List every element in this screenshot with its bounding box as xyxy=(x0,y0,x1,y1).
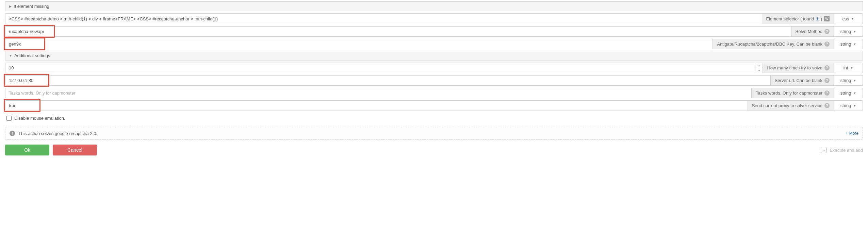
tries-input[interactable] xyxy=(5,63,755,73)
api-key-label: Antigate/Rucaptcha/2captcha/DBC Key. Can… xyxy=(713,39,834,49)
row-send-proxy: Send current proxy to solver service ? s… xyxy=(5,100,863,111)
row-server-url: Server url. Can be blank ? string ▼ xyxy=(5,75,863,86)
type-dropdown-string[interactable]: string ▼ xyxy=(834,75,863,86)
caret-down-icon: ▼ xyxy=(853,91,856,95)
cancel-button[interactable]: Cancel xyxy=(53,145,97,155)
execute-icon: → xyxy=(821,147,827,153)
section-additional-settings[interactable]: ▼ Additional settings xyxy=(5,51,863,61)
chevron-down-icon: ▼ xyxy=(9,54,12,57)
caret-down-icon: ▼ xyxy=(853,79,856,82)
more-link[interactable]: + More xyxy=(846,131,858,136)
api-key-input[interactable] xyxy=(5,39,713,49)
server-url-label: Server url. Can be blank ? xyxy=(771,75,834,86)
send-proxy-label: Send current proxy to solver service ? xyxy=(748,100,834,111)
w-badge-icon: W xyxy=(824,16,830,21)
tries-label: How many times try to solve ? xyxy=(763,63,834,73)
info-box: ! This action solves google recaptcha 2.… xyxy=(5,127,863,140)
caret-down-icon: ▼ xyxy=(851,17,854,20)
server-url-input[interactable] xyxy=(5,75,771,86)
checkbox-label: Disable mouse emulation. xyxy=(14,116,65,121)
solve-method-label: Solve Method ? xyxy=(791,26,834,37)
element-selector-input[interactable] xyxy=(5,13,762,24)
type-dropdown-string[interactable]: string ▼ xyxy=(834,39,863,49)
send-proxy-input[interactable] xyxy=(5,100,748,111)
help-icon[interactable]: ? xyxy=(824,29,830,34)
tasks-words-input[interactable] xyxy=(5,88,752,98)
info-icon: ! xyxy=(10,131,15,136)
chevron-right-icon: ▶ xyxy=(9,4,12,8)
caret-down-icon: ▼ xyxy=(853,104,856,107)
section-label: Additional settings xyxy=(14,53,50,58)
row-api-key: Antigate/Rucaptcha/2captcha/DBC Key. Can… xyxy=(5,39,863,49)
tasks-words-label: Tasks words. Only for capmonster ? xyxy=(752,88,834,98)
info-text: This action solves google recaptcha 2.0. xyxy=(18,131,97,136)
type-dropdown-int[interactable]: int ▼ xyxy=(834,63,863,73)
help-icon[interactable]: ? xyxy=(824,65,830,70)
section-if-element-missing[interactable]: ▶ If element missing xyxy=(5,1,863,11)
found-count: 1 xyxy=(816,16,818,21)
checkbox-row: Disable mouse emulation. xyxy=(5,113,863,123)
row-tasks-words: Tasks words. Only for capmonster ? strin… xyxy=(5,88,863,98)
help-icon[interactable]: ? xyxy=(824,78,830,83)
type-dropdown-string[interactable]: string ▼ xyxy=(834,88,863,98)
type-dropdown-string[interactable]: string ▼ xyxy=(834,26,863,37)
spinner-up-icon[interactable]: ▲ xyxy=(755,63,763,68)
button-row: Ok Cancel → Execute and add xyxy=(5,145,863,155)
spinner-down-icon[interactable]: ▼ xyxy=(755,68,763,73)
type-dropdown-css[interactable]: css ▼ xyxy=(834,13,863,24)
execute-and-add[interactable]: → Execute and add xyxy=(821,147,863,153)
caret-down-icon: ▼ xyxy=(853,30,856,33)
help-icon[interactable]: ? xyxy=(824,90,830,96)
disable-mouse-checkbox[interactable] xyxy=(6,116,12,121)
section-label: If element missing xyxy=(14,4,49,9)
help-icon[interactable]: ? xyxy=(824,103,830,108)
row-tries: ▲ ▼ How many times try to solve ? int ▼ xyxy=(5,63,863,73)
help-icon[interactable]: ? xyxy=(824,41,830,47)
row-solve-method: Solve Method ? string ▼ xyxy=(5,26,863,37)
number-spinner[interactable]: ▲ ▼ xyxy=(755,63,763,73)
solve-method-input[interactable] xyxy=(5,26,791,37)
element-selector-label: Element selector ( found 1 ) W xyxy=(762,13,834,24)
ok-button[interactable]: Ok xyxy=(5,145,49,155)
row-element-selector: Element selector ( found 1 ) W css ▼ xyxy=(5,13,863,24)
caret-down-icon: ▼ xyxy=(853,43,856,46)
type-dropdown-string[interactable]: string ▼ xyxy=(834,100,863,111)
caret-down-icon: ▼ xyxy=(850,66,853,70)
